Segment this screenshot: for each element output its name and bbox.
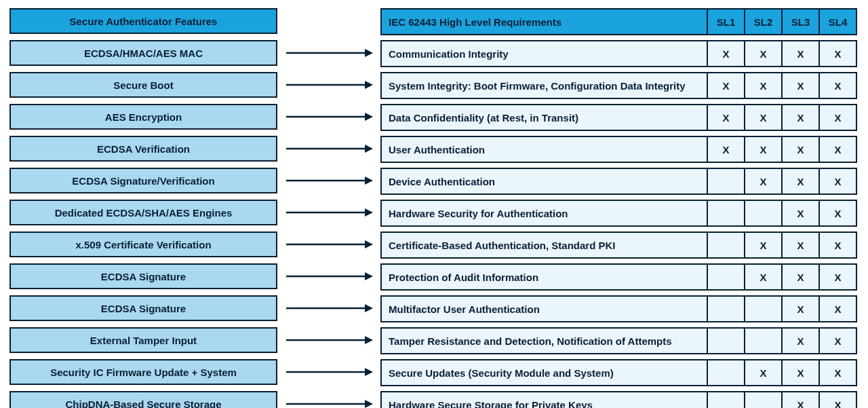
sl-cell: X bbox=[707, 136, 745, 162]
diagram-wrap: Secure Authenticator Features ECDSA/HMAC… bbox=[9, 8, 859, 408]
svg-marker-15 bbox=[365, 272, 373, 280]
row-gap bbox=[381, 226, 856, 232]
sl-cell: X bbox=[707, 73, 745, 98]
sl-cell bbox=[707, 392, 745, 408]
sl-cell: X bbox=[782, 41, 819, 67]
sl-cell: X bbox=[745, 105, 782, 130]
arrow bbox=[277, 136, 380, 162]
arrows-column bbox=[277, 8, 380, 408]
table-row: Device AuthenticationXXX bbox=[381, 168, 856, 194]
requirement-cell: Multifactor User Authentication bbox=[381, 296, 707, 322]
arrow bbox=[277, 104, 380, 130]
arrow-icon bbox=[285, 176, 373, 185]
sl-cell bbox=[745, 328, 782, 354]
table-row: Protection of Audit InformationXXX bbox=[381, 264, 856, 290]
sl-cell: X bbox=[782, 392, 819, 408]
sl-cell bbox=[707, 360, 745, 386]
sl-cell bbox=[745, 200, 782, 226]
sl-cell: X bbox=[782, 360, 819, 386]
sl-cell: X bbox=[819, 73, 856, 98]
sl-cell bbox=[745, 296, 782, 322]
svg-marker-3 bbox=[365, 81, 373, 89]
sl1-header: SL1 bbox=[707, 9, 745, 35]
svg-marker-11 bbox=[365, 208, 373, 217]
svg-marker-23 bbox=[365, 400, 373, 408]
arrow bbox=[277, 231, 380, 257]
requirement-cell: Secure Updates (Security Module and Syst… bbox=[381, 360, 707, 386]
row-gap bbox=[381, 194, 856, 200]
features-header: Secure Authenticator Features bbox=[9, 8, 277, 34]
table-row: Communication IntegrityXXXX bbox=[381, 41, 856, 67]
sl-cell: X bbox=[745, 168, 782, 194]
sl-cell: X bbox=[782, 73, 819, 98]
svg-marker-13 bbox=[365, 240, 373, 248]
sl-cell: X bbox=[819, 41, 856, 67]
feature-cell: External Tamper Input bbox=[9, 327, 277, 353]
sl-cell: X bbox=[782, 296, 819, 322]
svg-marker-21 bbox=[365, 368, 373, 376]
table-header-row: IEC 62443 High Level Requirements SL1 SL… bbox=[381, 9, 856, 35]
sl-cell: X bbox=[819, 200, 856, 226]
row-gap bbox=[381, 67, 856, 73]
sl-cell: X bbox=[782, 105, 819, 130]
sl2-header: SL2 bbox=[745, 9, 782, 35]
row-gap bbox=[381, 386, 856, 392]
arrow bbox=[277, 72, 380, 98]
table-row: Data Confidentiality (at Rest, in Transi… bbox=[381, 105, 856, 130]
sl-cell: X bbox=[819, 136, 856, 162]
arrow-icon bbox=[285, 144, 373, 153]
sl-cell: X bbox=[819, 168, 856, 194]
sl-cell: X bbox=[782, 328, 819, 354]
sl-cell: X bbox=[782, 232, 819, 258]
arrow-icon bbox=[285, 367, 373, 377]
arrow-icon bbox=[285, 208, 373, 217]
svg-marker-9 bbox=[365, 177, 373, 185]
requirement-cell: Communication Integrity bbox=[381, 41, 707, 67]
requirements-header: IEC 62443 High Level Requirements bbox=[381, 9, 707, 35]
feature-cell: ChipDNA-Based Secure Storage bbox=[9, 391, 277, 408]
table-row: Hardware Security for AuthenticationXX bbox=[381, 200, 856, 226]
feature-cell: ECDSA Signature/Verification bbox=[9, 168, 277, 193]
arrow bbox=[277, 391, 380, 408]
sl-cell bbox=[745, 392, 782, 408]
sl-cell bbox=[707, 296, 745, 322]
feature-cell: ECDSA/HMAC/AES MAC bbox=[9, 40, 277, 66]
requirement-cell: Tamper Resistance and Detection, Notific… bbox=[381, 328, 707, 354]
sl-cell: X bbox=[819, 360, 856, 386]
arrow-icon bbox=[285, 303, 373, 313]
sl-cell: X bbox=[819, 264, 856, 290]
row-gap bbox=[381, 35, 856, 41]
row-gap bbox=[381, 162, 856, 168]
arrow-spacer bbox=[277, 8, 380, 34]
row-gap bbox=[381, 354, 856, 360]
svg-marker-1 bbox=[365, 49, 373, 57]
row-gap bbox=[381, 322, 856, 328]
svg-marker-7 bbox=[365, 145, 373, 153]
arrow bbox=[277, 40, 380, 66]
features-column: Secure Authenticator Features ECDSA/HMAC… bbox=[9, 8, 277, 408]
requirement-cell: Certificate-Based Authentication, Standa… bbox=[381, 232, 707, 258]
sl-cell: X bbox=[782, 200, 819, 226]
sl-cell: X bbox=[782, 136, 819, 162]
arrow-icon bbox=[285, 335, 373, 345]
svg-marker-5 bbox=[365, 113, 373, 121]
row-gap bbox=[381, 130, 856, 136]
sl-cell: X bbox=[782, 168, 819, 194]
feature-cell: Secure Boot bbox=[9, 72, 277, 98]
requirement-cell: Protection of Audit Information bbox=[381, 264, 707, 290]
sl-cell: X bbox=[745, 136, 782, 162]
requirement-cell: Data Confidentiality (at Rest, in Transi… bbox=[381, 105, 707, 130]
row-gap bbox=[381, 258, 856, 264]
sl-cell: X bbox=[707, 41, 745, 67]
arrow-icon bbox=[285, 48, 373, 58]
arrow-icon bbox=[285, 240, 373, 249]
feature-cell: ECDSA Signature bbox=[9, 263, 277, 289]
sl-cell bbox=[707, 232, 745, 258]
sl-cell: X bbox=[819, 232, 856, 258]
requirements-column: IEC 62443 High Level Requirements SL1 SL… bbox=[380, 8, 857, 408]
requirements-table: IEC 62443 High Level Requirements SL1 SL… bbox=[380, 8, 857, 408]
requirement-cell: User Authentication bbox=[381, 136, 707, 162]
feature-cell: AES Encryption bbox=[9, 104, 277, 130]
sl-cell: X bbox=[745, 73, 782, 98]
table-body: Communication IntegrityXXXXSystem Integr… bbox=[381, 35, 856, 408]
